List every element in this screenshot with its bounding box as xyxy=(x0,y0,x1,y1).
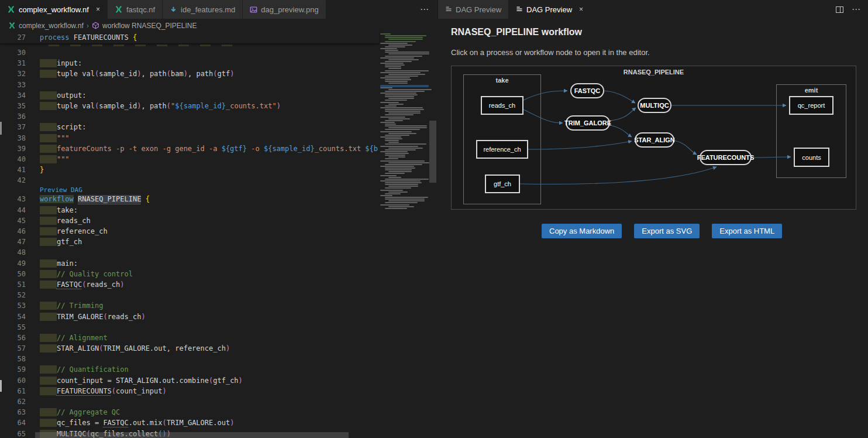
code-line[interactable]: 63 // Aggregate QC xyxy=(0,407,379,418)
tab-dag-preview-png[interactable]: dag_preview.png xyxy=(243,0,326,19)
minimap-line xyxy=(388,162,429,163)
tab-complex-workflow[interactable]: complex_workflow.nf × xyxy=(0,0,108,19)
vertical-scrollbar[interactable] xyxy=(429,121,436,183)
code-line[interactable]: 41} xyxy=(0,165,379,175)
close-icon[interactable]: × xyxy=(579,5,583,13)
code-token xyxy=(40,206,57,214)
code-line[interactable]: 40 """ xyxy=(0,154,379,165)
line-number: 33 xyxy=(0,80,26,90)
code-line[interactable]: 35 tuple val(sample_id), path("${sample_… xyxy=(0,101,379,111)
minimap-line xyxy=(385,46,405,47)
line-number: 63 xyxy=(0,407,26,418)
code-line[interactable]: 55 xyxy=(0,322,379,333)
code-line[interactable]: 46 reference_ch xyxy=(0,226,379,237)
dag-node-FEATURECOUNTS[interactable]: FEATURECOUNTS xyxy=(700,150,752,165)
minimap-line xyxy=(380,146,418,147)
code-line[interactable]: 53 // Trimming xyxy=(0,300,379,311)
export-as-svg-button[interactable]: Export as SVG xyxy=(634,224,700,238)
line-number: 47 xyxy=(0,237,26,247)
minimap[interactable] xyxy=(380,33,429,216)
code-line[interactable]: 49 main: xyxy=(0,258,379,269)
code-token xyxy=(40,70,57,78)
dag-node-qc_report[interactable]: qc_report xyxy=(789,96,833,115)
code-token: ( xyxy=(103,313,107,321)
code-token xyxy=(40,387,57,395)
code-line[interactable]: 61 FEATURECOUNTS(count_input) xyxy=(0,386,379,396)
copy-as-markdown-button[interactable]: Copy as Markdown xyxy=(542,224,622,238)
horizontal-scrollbar[interactable] xyxy=(35,432,349,438)
code-line[interactable]: 62 xyxy=(0,396,379,407)
breadcrumb-file[interactable]: complex_workflow.nf xyxy=(19,22,84,30)
export-as-html-button[interactable]: Export as HTML xyxy=(712,224,782,238)
code-line[interactable]: 44 take: xyxy=(0,205,379,215)
code-line[interactable]: 45 reads_ch xyxy=(0,215,379,226)
line-number: 50 xyxy=(0,269,26,279)
code-editor[interactable]: 27 process FEATURECOUNTS { 3031 input:32… xyxy=(0,32,438,438)
minimap-line xyxy=(380,136,401,138)
code-token: tuple val xyxy=(57,70,95,78)
tab-fastqc[interactable]: fastqc.nf xyxy=(108,0,163,19)
code-token: FASTQC xyxy=(103,419,128,427)
code-token: // Alignment xyxy=(57,334,108,342)
code-line[interactable]: 32 tuple val(sample_id), path(bam), path… xyxy=(0,69,379,79)
code-line[interactable]: 36 xyxy=(0,111,379,122)
dag-node-counts[interactable]: counts xyxy=(794,148,829,167)
line-content: Preview DAG xyxy=(40,186,82,194)
dag-node-STAR_ALIGN[interactable]: STAR_ALIGN xyxy=(635,132,674,148)
dag-node-FASTQC[interactable]: FASTQC xyxy=(570,83,604,98)
code-line[interactable]: 48 xyxy=(0,247,379,258)
code-line[interactable]: 43workflow RNASEQ_PIPELINE { xyxy=(0,194,379,204)
code-line[interactable]: 54 TRIM_GALORE(reads_ch) xyxy=(0,312,379,322)
tab-overflow-button[interactable]: ⋯ xyxy=(412,4,438,15)
tab-ide-features[interactable]: ide_features.md xyxy=(163,0,243,19)
more-actions-icon[interactable]: ⋯ xyxy=(852,4,861,15)
code-token: ( xyxy=(82,280,86,289)
tab-dag-preview-background[interactable]: DAG Preview xyxy=(438,0,509,19)
code-line[interactable]: 34 output: xyxy=(0,90,379,101)
codelens-preview-dag-link[interactable]: Preview DAG xyxy=(40,186,82,194)
code-line[interactable]: 59 // Quantification xyxy=(0,364,379,375)
minimap-line xyxy=(385,179,429,180)
tab-dag-preview-active[interactable]: DAG Preview × xyxy=(509,0,591,19)
code-line[interactable]: 58 xyxy=(0,354,379,364)
code-token xyxy=(40,155,57,163)
code-line[interactable]: 64 qc_files = FASTQC.out.mix(TRIM_GALORE… xyxy=(0,418,379,428)
minimap-line xyxy=(385,56,422,57)
code-line[interactable]: 37 script: xyxy=(0,122,379,132)
code-line[interactable]: 57 STAR_ALIGN(TRIM_GALORE.out, reference… xyxy=(0,343,379,354)
dag-node-reads_ch[interactable]: reads_ch xyxy=(481,96,523,115)
dag-node-reference_ch[interactable]: reference_ch xyxy=(476,140,528,159)
code-line[interactable]: 56 // Alignment xyxy=(0,333,379,343)
code-line[interactable]: 39 featureCounts -p -t exon -g gene_id -… xyxy=(0,143,379,154)
code-line[interactable]: 52 xyxy=(0,290,379,300)
split-editor-icon[interactable] xyxy=(836,6,843,13)
code-line[interactable]: 38 """ xyxy=(0,133,379,143)
dag-node-gtf_ch[interactable]: gtf_ch xyxy=(485,174,520,193)
code-line[interactable]: 47 gtf_ch xyxy=(0,237,379,247)
code-line[interactable]: 42 xyxy=(0,175,379,186)
code-line[interactable]: 31 input: xyxy=(0,58,379,69)
close-icon[interactable]: × xyxy=(96,5,100,13)
line-number: 37 xyxy=(0,122,26,132)
code-token: count_input = STAR_ALIGN.out.combine xyxy=(57,377,209,385)
code-line[interactable]: 30 xyxy=(0,47,379,58)
code-line[interactable]: 51 FASTQC(reads_ch) xyxy=(0,279,379,290)
code-line[interactable]: 60 count_input = STAR_ALIGN.out.combine(… xyxy=(0,375,379,386)
code-token: RNASEQ_PIPELINE xyxy=(78,195,141,203)
breadcrumb-symbol[interactable]: workflow RNASEQ_PIPELINE xyxy=(102,22,197,30)
dag-node-TRIM_GALORE[interactable]: TRIM_GALORE xyxy=(566,115,610,131)
code-token: take: xyxy=(57,206,78,214)
codelens-row[interactable]: Preview DAG xyxy=(0,186,379,194)
code-token: ( xyxy=(167,70,171,78)
sticky-scroll-line[interactable]: 27 process FEATURECOUNTS { xyxy=(0,32,379,43)
code-line[interactable]: 33 xyxy=(0,80,379,90)
line-number: 57 xyxy=(0,343,26,354)
code-token: { xyxy=(133,33,137,42)
dag-node-MULTIQC[interactable]: MULTIQC xyxy=(638,98,671,113)
code-token: script: xyxy=(57,123,87,131)
line-content: """ xyxy=(40,133,70,143)
minimap-line xyxy=(388,177,401,178)
line-content: main: xyxy=(40,258,78,269)
code-token: STAR_ALIGN xyxy=(57,344,99,353)
code-line[interactable]: 50 // Quality control xyxy=(0,269,379,279)
